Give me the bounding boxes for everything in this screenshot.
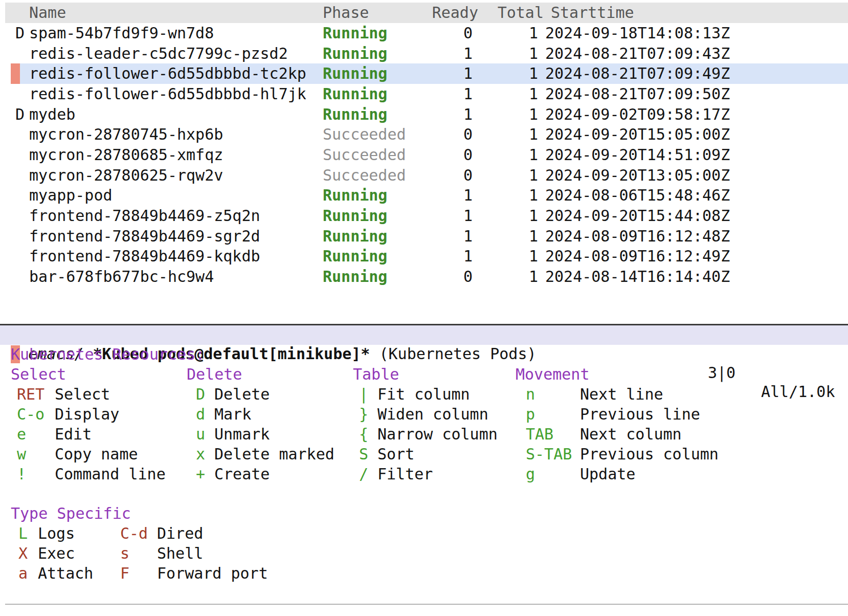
key-binding-label: Previous line [580,405,700,425]
pod-name: mycron-28780685-xmfqz [29,145,223,165]
pod-row[interactable]: redis-follower-6d55dbbbd-hl7jkRunning112… [0,84,848,104]
help-section-header: Movement [516,365,590,385]
pod-mark: D [15,104,25,125]
major-mode-name[interactable]: (Kubernetes Pods) [370,345,536,363]
pod-name: bar-678fb677bc-hc9w4 [29,267,214,287]
key-binding-label: Exec [38,544,75,564]
help-title: Kubernetes Resources: [11,345,205,365]
key-binding-label: Attach [38,564,93,584]
pod-name: frontend-78849b4469-z5q2n [29,206,260,226]
pod-ready: 0 [463,124,473,145]
key-binding-key: w [17,445,26,465]
pod-starttime: 2024-08-06T15:48:46Z [545,185,730,206]
pod-phase: Running [323,23,387,43]
pod-ready: 1 [463,43,473,64]
column-header-total[interactable]: Total [498,3,544,23]
key-binding-label: Copy name [55,445,138,465]
pod-starttime: 2024-09-18T14:08:13Z [545,23,730,43]
pod-total: 1 [529,43,538,64]
pod-total: 1 [529,63,538,84]
pod-phase: Running [323,226,387,247]
pod-ready: 1 [463,84,473,104]
pod-phase: Running [323,43,387,64]
key-binding-key: F [120,564,129,584]
pod-phase: Running [323,246,387,267]
help-section-header: Type Specific [11,504,131,524]
pod-phase: Succeeded [323,165,406,186]
pod-starttime: 2024-08-21T07:09:43Z [545,43,730,64]
key-binding-label: Filter [377,465,433,485]
pod-starttime: 2024-09-20T13:05:00Z [545,165,730,186]
pod-row[interactable]: frontend-78849b4469-kqkdbRunning112024-0… [0,246,848,267]
pod-phase: Running [323,104,387,125]
key-binding-key: d [196,405,205,425]
window-divider [5,604,848,605]
key-binding-key: g [526,465,535,485]
pod-row[interactable]: mycron-28780685-xmfqzSucceeded012024-09-… [0,145,848,165]
key-binding-label: Next column [580,425,682,445]
pod-starttime: 2024-09-02T09:58:17Z [545,104,730,125]
pod-row[interactable]: DmydebRunning112024-09-02T09:58:17Z [0,104,848,125]
key-binding-label: Display [55,405,119,425]
key-binding-key: X [18,544,28,564]
pod-phase: Running [323,63,387,84]
key-binding-label: Narrow column [377,425,498,445]
pod-ready: 0 [463,23,473,43]
pod-name: mycron-28780745-hxp6b [29,124,223,145]
key-binding-key: L [18,524,28,544]
pod-total: 1 [529,267,538,287]
pod-name: redis-leader-c5dc7799c-pzsd2 [29,43,288,64]
emacs-frame: { "table": { "columns": ["Name", "Phase"… [0,0,848,616]
pod-phase: Running [323,267,387,287]
pod-total: 1 [529,23,538,43]
pod-row[interactable]: redis-follower-6d55dbbbd-tc2kpRunning112… [0,63,848,84]
pod-total: 1 [529,185,538,206]
pod-ready: 1 [463,63,473,84]
column-header-starttime[interactable]: Starttime [551,3,634,23]
pod-ready: 0 [463,145,473,165]
key-binding-key: / [359,465,368,485]
pod-name: redis-follower-6d55dbbbd-tc2kp [29,63,306,84]
pod-total: 1 [529,246,538,267]
key-binding-key: ! [17,465,26,485]
key-binding-key: C-d [120,524,148,544]
key-binding-label: Next line [580,385,663,405]
key-binding-key: n [526,385,535,405]
pod-ready: 1 [463,246,473,267]
pod-phase: Running [323,84,387,104]
pod-row[interactable]: Dspam-54b7fd9f9-wn7d8Running012024-09-18… [0,23,848,43]
key-binding-key: + [196,465,205,485]
pod-table-header: Name Phase Ready Total Starttime [0,3,848,23]
pod-row[interactable]: redis-leader-c5dc7799c-pzsd2Running11202… [0,43,848,64]
pod-row[interactable]: frontend-78849b4469-sgr2dRunning112024-0… [0,226,848,247]
key-binding-label: Select [55,385,110,405]
fringe-cursor [11,63,20,84]
column-header-phase[interactable]: Phase [323,3,369,23]
pod-total: 1 [529,226,538,247]
pod-total: 1 [529,206,538,226]
pod-ready: 1 [463,206,473,226]
key-binding-key: e [17,425,26,445]
pod-total: 1 [529,84,538,104]
pod-starttime: 2024-08-14T16:14:40Z [545,267,730,287]
key-binding-key: RET [17,385,44,405]
key-binding-label: Shell [157,544,203,564]
pod-name: spam-54b7fd9f9-wn7d8 [29,23,214,43]
column-header-ready[interactable]: Ready [432,3,478,23]
pod-total: 1 [529,124,538,145]
help-section-header: Delete [187,365,242,385]
column-header-name[interactable]: Name [29,3,66,23]
pod-ready: 0 [463,165,473,186]
pod-row[interactable]: mycron-28780745-hxp6bSucceeded012024-09-… [0,124,848,145]
pod-row[interactable]: bar-678fb677bc-hc9w4Running012024-08-14T… [0,267,848,287]
pod-row[interactable]: myapp-podRunning112024-08-06T15:48:46Z [0,185,848,206]
pod-row[interactable]: frontend-78849b4469-z5q2nRunning112024-0… [0,206,848,226]
pod-row[interactable]: mycron-28780625-rqw2vSucceeded012024-09-… [0,165,848,186]
pod-phase: Succeeded [323,124,406,145]
key-binding-label: Sort [377,445,414,465]
key-binding-key: | [359,385,368,405]
key-binding-label: Widen column [377,405,488,425]
pod-name: myapp-pod [29,185,113,206]
pod-name: redis-follower-6d55dbbbd-hl7jk [29,84,306,104]
pod-name: frontend-78849b4469-kqkdb [29,246,260,267]
